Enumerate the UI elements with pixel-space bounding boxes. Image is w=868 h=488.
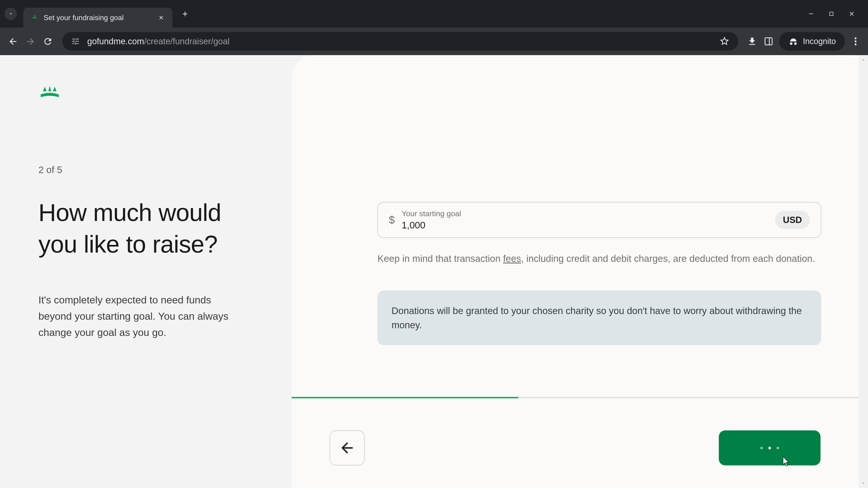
browser-toolbar: gofundme.com/create/fundraiser/goal Inco… [0, 28, 868, 55]
page-description: It's completely expected to need funds b… [38, 292, 246, 341]
gofundme-logo[interactable] [38, 85, 253, 101]
close-window-button[interactable] [848, 10, 856, 18]
tab-favicon [30, 13, 39, 22]
currency-badge[interactable]: USD [775, 211, 810, 229]
svg-rect-0 [809, 13, 813, 14]
goal-input-container[interactable]: $ Your starting goal USD [377, 202, 821, 238]
maximize-button[interactable] [827, 10, 835, 18]
scroll-down-button[interactable] [859, 479, 868, 488]
minimize-button[interactable] [807, 10, 815, 18]
close-icon [848, 10, 855, 17]
tab-close-button[interactable] [157, 13, 166, 22]
download-icon [747, 36, 757, 46]
charity-info-box: Donations will be granted to your chosen… [377, 291, 821, 345]
more-vert-icon [854, 37, 857, 46]
chevron-down-icon [8, 11, 13, 17]
window-controls [807, 10, 864, 18]
page-heading: How much would you like to raise? [38, 197, 253, 260]
svg-point-5 [855, 40, 857, 42]
fees-link[interactable]: fees [503, 253, 521, 264]
page-content: 2 of 5 How much would you like to raise?… [0, 55, 868, 488]
forward-button[interactable] [24, 35, 37, 48]
previous-step-button[interactable] [330, 430, 365, 465]
svg-rect-2 [765, 38, 772, 45]
caret-down-icon [861, 481, 866, 486]
svg-rect-1 [830, 12, 833, 15]
maximize-icon [829, 11, 834, 17]
step-indicator: 2 of 5 [38, 164, 253, 175]
tab-search-button[interactable] [4, 8, 17, 20]
incognito-icon [788, 36, 798, 46]
incognito-badge[interactable]: Incognito [779, 32, 845, 51]
scrollbar[interactable] [859, 55, 868, 488]
left-panel: 2 of 5 How much would you like to raise?… [0, 55, 291, 488]
address-bar[interactable]: gofundme.com/create/fundraiser/goal [62, 32, 738, 51]
arrow-left-icon [339, 440, 355, 456]
star-icon [719, 36, 730, 46]
progress-fill [291, 397, 518, 398]
tune-icon [71, 37, 80, 46]
browser-titlebar: Set your fundraising goal [0, 0, 868, 28]
currency-symbol: $ [389, 214, 395, 226]
minimize-icon [808, 11, 814, 17]
continue-button[interactable] [719, 430, 820, 465]
site-info-button[interactable] [70, 36, 81, 46]
goal-input-label: Your starting goal [402, 209, 768, 218]
tab-title: Set your fundraising goal [43, 13, 152, 22]
input-group: Your starting goal [402, 209, 768, 231]
scroll-up-button[interactable] [859, 55, 868, 65]
goal-amount-input[interactable] [402, 220, 768, 231]
bookmark-button[interactable] [719, 36, 730, 47]
downloads-button[interactable] [747, 36, 758, 47]
plus-icon [181, 10, 189, 18]
caret-up-icon [861, 58, 866, 62]
loading-dot [776, 447, 779, 449]
loading-dot [768, 447, 771, 449]
close-icon [158, 14, 164, 21]
reload-button[interactable] [41, 35, 54, 48]
reading-list-button[interactable] [763, 36, 774, 47]
menu-button[interactable] [850, 36, 861, 47]
right-panel: $ Your starting goal USD Keep in mind th… [291, 55, 859, 488]
reload-icon [43, 36, 53, 46]
url-text: gofundme.com/create/fundraiser/goal [87, 37, 712, 46]
browser-tab[interactable]: Set your fundraising goal [23, 8, 173, 28]
back-button[interactable] [7, 35, 19, 48]
svg-point-6 [855, 43, 857, 45]
nav-footer [330, 430, 820, 465]
arrow-left-icon [8, 36, 18, 46]
panel-icon [764, 37, 773, 46]
loading-dot [760, 447, 763, 449]
incognito-label: Incognito [803, 37, 836, 46]
svg-point-4 [855, 37, 857, 39]
progress-bar [291, 397, 859, 398]
new-tab-button[interactable] [179, 8, 191, 20]
arrow-right-icon [25, 36, 35, 46]
fees-note: Keep in mind that transaction fees, incl… [377, 252, 821, 266]
